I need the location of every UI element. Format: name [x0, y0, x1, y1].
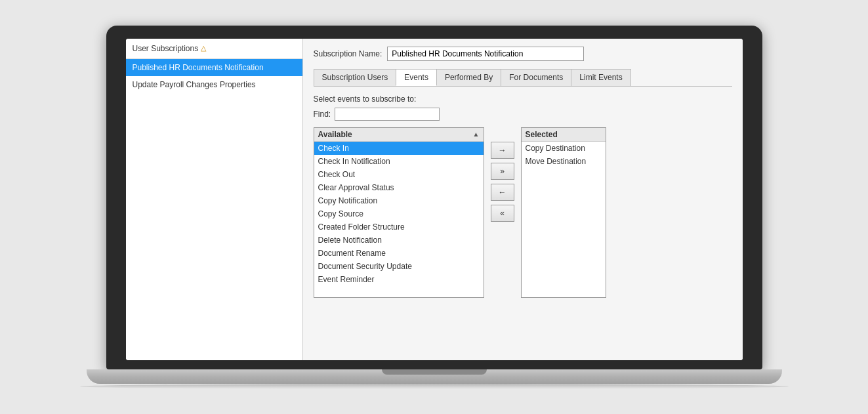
events-section: Select events to subscribe to: Find: A: [314, 94, 732, 352]
subscription-name-input[interactable]: [387, 47, 584, 61]
list-item[interactable]: Created Folder Structure: [314, 220, 484, 234]
tab-limit-events[interactable]: Limit Events: [571, 69, 630, 86]
list-item[interactable]: Event Reminder: [314, 273, 484, 286]
list-item[interactable]: Check In Notification: [314, 155, 484, 168]
sidebar-title: User Subscriptions △: [126, 39, 302, 59]
list-item[interactable]: Clear Approval Status: [314, 181, 484, 194]
tab-subscription-users[interactable]: Subscription Users: [314, 69, 397, 86]
find-input[interactable]: [335, 108, 440, 121]
tabs-row: Subscription Users Events Performed By F…: [314, 69, 732, 87]
add-all-button[interactable]: »: [491, 163, 514, 180]
add-one-button[interactable]: →: [491, 142, 514, 159]
list-item[interactable]: Check In: [314, 142, 484, 155]
sidebar-title-text: User Subscriptions: [133, 44, 199, 53]
sidebar: User Subscriptions △ Published HR Docume…: [126, 39, 303, 360]
lists-container: Available ▲ Check In Check In Notificati…: [314, 127, 732, 298]
available-list: Available ▲ Check In Check In Notificati…: [314, 127, 484, 298]
remove-one-button[interactable]: ←: [491, 184, 514, 201]
subscription-name-row: Subscription Name:: [314, 47, 732, 61]
list-item[interactable]: Document Rename: [314, 247, 484, 260]
tab-events[interactable]: Events: [396, 69, 437, 86]
laptop-base-shadow: [80, 384, 789, 389]
find-row: Find:: [314, 108, 732, 121]
list-item[interactable]: Check Out: [314, 168, 484, 181]
subscription-name-label: Subscription Name:: [314, 49, 382, 58]
sort-arrow-icon: ▲: [473, 131, 480, 138]
selected-list-header: Selected: [522, 128, 606, 142]
laptop-screen-outer: User Subscriptions △ Published HR Docume…: [106, 26, 762, 369]
list-item[interactable]: Copy Source: [314, 207, 484, 220]
available-list-header: Available ▲: [314, 128, 484, 142]
main-content: Subscription Name: Subscription Users Ev…: [303, 39, 743, 360]
selected-list-item[interactable]: Copy Destination: [522, 142, 606, 155]
sidebar-item-update-payroll[interactable]: Update Payroll Changes Properties: [126, 76, 302, 93]
selected-list: Selected Copy Destination Move Destinati…: [521, 127, 606, 298]
tab-performed-by[interactable]: Performed By: [436, 69, 501, 86]
list-item[interactable]: Document Security Update: [314, 260, 484, 273]
warning-icon: △: [201, 44, 206, 52]
tab-for-documents[interactable]: For Documents: [501, 69, 571, 86]
laptop-wrapper: User Subscriptions △ Published HR Docume…: [73, 26, 795, 389]
selected-list-item[interactable]: Move Destination: [522, 155, 606, 168]
app-container: User Subscriptions △ Published HR Docume…: [126, 39, 743, 360]
list-item[interactable]: Delete Notification: [314, 234, 484, 247]
transfer-buttons: → » ← «: [491, 142, 514, 222]
find-label: Find:: [314, 110, 331, 119]
list-item[interactable]: Copy Notification: [314, 194, 484, 207]
select-events-label: Select events to subscribe to:: [314, 94, 732, 104]
remove-all-button[interactable]: «: [491, 205, 514, 222]
sidebar-item-published-hr[interactable]: Published HR Documents Notification: [126, 59, 302, 76]
laptop-base: [87, 369, 782, 384]
laptop-screen: User Subscriptions △ Published HR Docume…: [126, 39, 743, 360]
